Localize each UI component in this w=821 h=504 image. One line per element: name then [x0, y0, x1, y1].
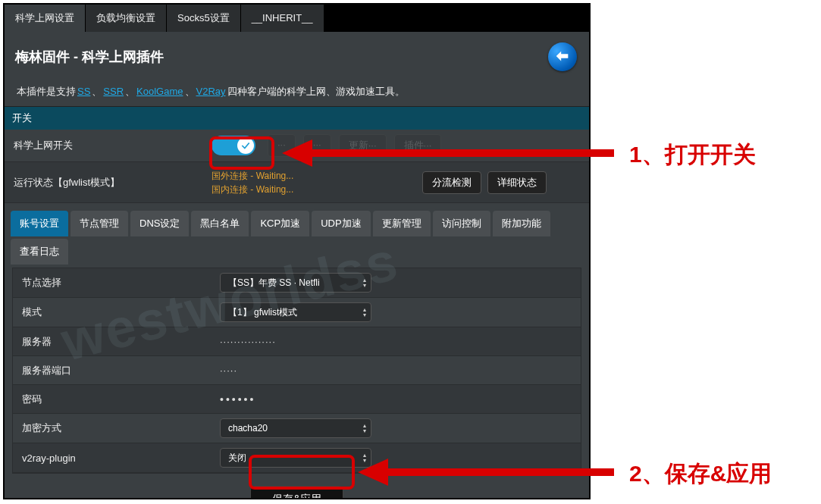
- switch-hidden-buttons: ··· ··· 更新··· 插件···: [268, 134, 441, 157]
- server-value: ················: [220, 336, 276, 347]
- flow-detect-button[interactable]: 分流检测: [422, 171, 481, 194]
- subtab-kcp[interactable]: KCP加速: [251, 211, 309, 236]
- status-foreign: 国外连接 - Waiting...: [212, 169, 293, 183]
- subtab-node[interactable]: 节点管理: [71, 211, 128, 236]
- switch-label: 科学上网开关: [5, 133, 205, 158]
- node-select-label: 节点选择: [13, 270, 214, 296]
- subtab-update[interactable]: 更新管理: [373, 211, 431, 236]
- account-form: 节点选择 【SS】年费 SS · Netfli 模式 【1】 gfwlist模式…: [12, 268, 581, 474]
- v2ray-label: v2ray-plugin: [13, 446, 214, 470]
- subtab-account[interactable]: 账号设置: [11, 211, 68, 236]
- subtab-addon[interactable]: 附加功能: [493, 211, 550, 236]
- server-label: 服务器: [13, 329, 214, 355]
- encrypt-select[interactable]: chacha20: [220, 418, 371, 438]
- status-domestic: 国内连接 - Waiting...: [212, 183, 293, 196]
- annotation-label-1: 1、打开开关: [629, 139, 756, 171]
- description: 本插件是支持SS、SSR、KoolGame、V2Ray四种客户端的科学上网、游戏…: [5, 85, 589, 106]
- link-koolgame[interactable]: KoolGame: [136, 86, 183, 97]
- switch-row: 科学上网开关 ··· ··· 更新··· 插件···: [5, 130, 589, 162]
- hidden-btn-4[interactable]: 插件···: [394, 134, 442, 157]
- subtab-bwlist[interactable]: 黑白名单: [191, 211, 249, 236]
- status-row: 运行状态【gfwlist模式】 国外连接 - Waiting... 国内连接 -…: [5, 162, 589, 203]
- hidden-btn-3[interactable]: 更新···: [339, 134, 387, 157]
- back-button[interactable]: [548, 42, 577, 71]
- top-tab-science[interactable]: 科学上网设置: [5, 5, 86, 32]
- link-ss[interactable]: SS: [77, 86, 90, 97]
- sub-tabs: 账号设置 节点管理 DNS设定 黑白名单 KCP加速 UDP加速 更新管理 访问…: [5, 203, 589, 268]
- v2ray-select[interactable]: 关闭: [220, 448, 371, 468]
- top-tabs: 科学上网设置 负载均衡设置 Socks5设置 __INHERIT__: [5, 5, 589, 32]
- subtab-dns[interactable]: DNS设定: [130, 211, 189, 236]
- save-apply-button[interactable]: 保存&应用: [250, 486, 343, 499]
- link-ssr[interactable]: SSR: [103, 86, 124, 97]
- password-label: 密码: [13, 387, 214, 412]
- check-icon: [240, 140, 251, 151]
- settings-panel: 科学上网设置 负载均衡设置 Socks5设置 __INHERIT__ 梅林固件 …: [3, 3, 591, 499]
- status-lines: 国外连接 - Waiting... 国内连接 - Waiting...: [212, 169, 293, 196]
- subtab-access[interactable]: 访问控制: [433, 211, 490, 236]
- top-tab-socks5[interactable]: Socks5设置: [167, 5, 241, 32]
- proxy-switch-toggle[interactable]: [212, 136, 255, 155]
- port-value: ·····: [220, 365, 237, 376]
- title-bar: 梅林固件 - 科学上网插件: [5, 32, 589, 85]
- top-tab-inherit[interactable]: __INHERIT__: [241, 5, 324, 32]
- link-v2ray[interactable]: V2Ray: [196, 86, 226, 97]
- back-arrow-icon: [554, 49, 571, 65]
- detailed-status-button[interactable]: 详细状态: [487, 171, 547, 194]
- section-switch-header: 开关: [5, 106, 589, 130]
- hidden-btn-1[interactable]: ···: [268, 134, 296, 157]
- hidden-btn-2[interactable]: ···: [303, 134, 331, 157]
- password-value: ••••••: [220, 393, 255, 405]
- mode-label: 模式: [13, 299, 214, 325]
- encrypt-label: 加密方式: [13, 415, 214, 441]
- subtab-log[interactable]: 查看日志: [11, 239, 68, 265]
- page-title: 梅林固件 - 科学上网插件: [15, 48, 164, 66]
- top-tab-loadbalance[interactable]: 负载均衡设置: [86, 5, 167, 32]
- save-row: 保存&应用: [5, 474, 589, 499]
- status-label: 运行状态【gfwlist模式】: [5, 170, 205, 196]
- port-label: 服务器端口: [13, 358, 214, 383]
- annotation-label-2: 2、保存&应用: [629, 459, 772, 490]
- node-select[interactable]: 【SS】年费 SS · Netfli: [220, 273, 371, 293]
- mode-select[interactable]: 【1】 gfwlist模式: [220, 302, 371, 322]
- subtab-udp[interactable]: UDP加速: [312, 211, 370, 236]
